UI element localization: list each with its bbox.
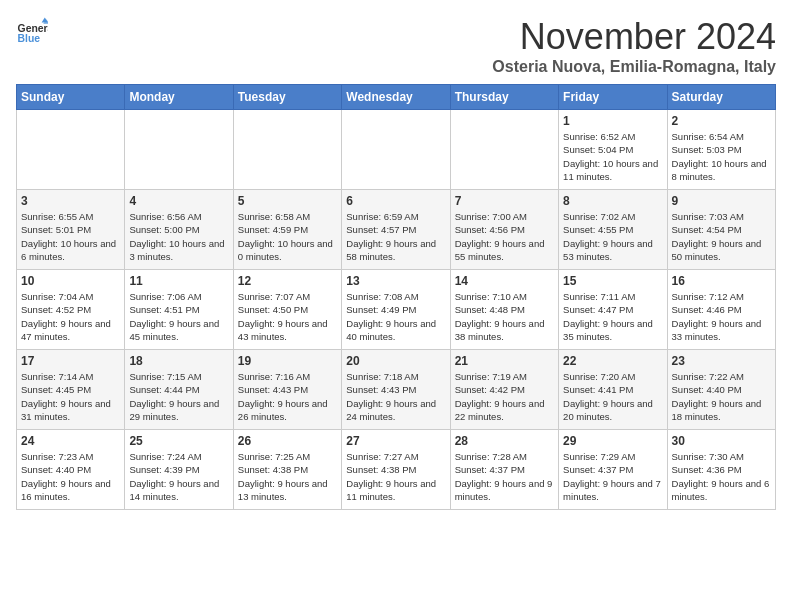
calendar-cell: 10Sunrise: 7:04 AM Sunset: 4:52 PM Dayli… <box>17 270 125 350</box>
calendar-cell: 18Sunrise: 7:15 AM Sunset: 4:44 PM Dayli… <box>125 350 233 430</box>
day-info: Sunrise: 7:02 AM Sunset: 4:55 PM Dayligh… <box>563 210 662 263</box>
title-section: November 2024 Osteria Nuova, Emilia-Roma… <box>492 16 776 76</box>
calendar-cell: 19Sunrise: 7:16 AM Sunset: 4:43 PM Dayli… <box>233 350 341 430</box>
day-info: Sunrise: 7:24 AM Sunset: 4:39 PM Dayligh… <box>129 450 228 503</box>
day-info: Sunrise: 7:08 AM Sunset: 4:49 PM Dayligh… <box>346 290 445 343</box>
calendar-week-row: 10Sunrise: 7:04 AM Sunset: 4:52 PM Dayli… <box>17 270 776 350</box>
calendar-cell: 13Sunrise: 7:08 AM Sunset: 4:49 PM Dayli… <box>342 270 450 350</box>
day-number: 16 <box>672 274 771 288</box>
day-number: 27 <box>346 434 445 448</box>
weekday-header: Sunday <box>17 85 125 110</box>
calendar-cell: 22Sunrise: 7:20 AM Sunset: 4:41 PM Dayli… <box>559 350 667 430</box>
calendar-cell: 6Sunrise: 6:59 AM Sunset: 4:57 PM Daylig… <box>342 190 450 270</box>
day-info: Sunrise: 7:28 AM Sunset: 4:37 PM Dayligh… <box>455 450 554 503</box>
day-number: 20 <box>346 354 445 368</box>
day-info: Sunrise: 6:52 AM Sunset: 5:04 PM Dayligh… <box>563 130 662 183</box>
calendar-cell: 24Sunrise: 7:23 AM Sunset: 4:40 PM Dayli… <box>17 430 125 510</box>
day-number: 28 <box>455 434 554 448</box>
calendar-cell <box>342 110 450 190</box>
calendar-week-row: 1Sunrise: 6:52 AM Sunset: 5:04 PM Daylig… <box>17 110 776 190</box>
day-number: 5 <box>238 194 337 208</box>
calendar-cell: 2Sunrise: 6:54 AM Sunset: 5:03 PM Daylig… <box>667 110 775 190</box>
day-info: Sunrise: 7:22 AM Sunset: 4:40 PM Dayligh… <box>672 370 771 423</box>
day-info: Sunrise: 7:10 AM Sunset: 4:48 PM Dayligh… <box>455 290 554 343</box>
calendar-cell: 12Sunrise: 7:07 AM Sunset: 4:50 PM Dayli… <box>233 270 341 350</box>
calendar-cell <box>233 110 341 190</box>
day-number: 11 <box>129 274 228 288</box>
calendar-header-row: SundayMondayTuesdayWednesdayThursdayFrid… <box>17 85 776 110</box>
calendar-cell: 9Sunrise: 7:03 AM Sunset: 4:54 PM Daylig… <box>667 190 775 270</box>
day-info: Sunrise: 6:58 AM Sunset: 4:59 PM Dayligh… <box>238 210 337 263</box>
day-info: Sunrise: 7:14 AM Sunset: 4:45 PM Dayligh… <box>21 370 120 423</box>
calendar-cell: 8Sunrise: 7:02 AM Sunset: 4:55 PM Daylig… <box>559 190 667 270</box>
calendar-cell: 15Sunrise: 7:11 AM Sunset: 4:47 PM Dayli… <box>559 270 667 350</box>
calendar-cell: 28Sunrise: 7:28 AM Sunset: 4:37 PM Dayli… <box>450 430 558 510</box>
day-info: Sunrise: 6:59 AM Sunset: 4:57 PM Dayligh… <box>346 210 445 263</box>
weekday-header: Tuesday <box>233 85 341 110</box>
day-number: 1 <box>563 114 662 128</box>
day-number: 12 <box>238 274 337 288</box>
day-info: Sunrise: 7:29 AM Sunset: 4:37 PM Dayligh… <box>563 450 662 503</box>
page-header: General Blue November 2024 Osteria Nuova… <box>16 16 776 76</box>
weekday-header: Saturday <box>667 85 775 110</box>
calendar-cell: 20Sunrise: 7:18 AM Sunset: 4:43 PM Dayli… <box>342 350 450 430</box>
calendar-week-row: 17Sunrise: 7:14 AM Sunset: 4:45 PM Dayli… <box>17 350 776 430</box>
day-info: Sunrise: 7:19 AM Sunset: 4:42 PM Dayligh… <box>455 370 554 423</box>
calendar-table: SundayMondayTuesdayWednesdayThursdayFrid… <box>16 84 776 510</box>
calendar-cell: 17Sunrise: 7:14 AM Sunset: 4:45 PM Dayli… <box>17 350 125 430</box>
day-info: Sunrise: 7:12 AM Sunset: 4:46 PM Dayligh… <box>672 290 771 343</box>
calendar-cell: 4Sunrise: 6:56 AM Sunset: 5:00 PM Daylig… <box>125 190 233 270</box>
day-info: Sunrise: 7:27 AM Sunset: 4:38 PM Dayligh… <box>346 450 445 503</box>
calendar-cell: 27Sunrise: 7:27 AM Sunset: 4:38 PM Dayli… <box>342 430 450 510</box>
day-info: Sunrise: 7:11 AM Sunset: 4:47 PM Dayligh… <box>563 290 662 343</box>
day-number: 19 <box>238 354 337 368</box>
calendar-cell: 23Sunrise: 7:22 AM Sunset: 4:40 PM Dayli… <box>667 350 775 430</box>
day-number: 18 <box>129 354 228 368</box>
day-info: Sunrise: 7:00 AM Sunset: 4:56 PM Dayligh… <box>455 210 554 263</box>
day-number: 23 <box>672 354 771 368</box>
day-number: 21 <box>455 354 554 368</box>
day-number: 2 <box>672 114 771 128</box>
calendar-body: 1Sunrise: 6:52 AM Sunset: 5:04 PM Daylig… <box>17 110 776 510</box>
day-info: Sunrise: 7:03 AM Sunset: 4:54 PM Dayligh… <box>672 210 771 263</box>
weekday-header: Friday <box>559 85 667 110</box>
calendar-cell: 30Sunrise: 7:30 AM Sunset: 4:36 PM Dayli… <box>667 430 775 510</box>
day-info: Sunrise: 7:04 AM Sunset: 4:52 PM Dayligh… <box>21 290 120 343</box>
location-title: Osteria Nuova, Emilia-Romagna, Italy <box>492 58 776 76</box>
day-number: 26 <box>238 434 337 448</box>
logo-icon: General Blue <box>16 16 48 48</box>
weekday-header: Wednesday <box>342 85 450 110</box>
calendar-cell: 11Sunrise: 7:06 AM Sunset: 4:51 PM Dayli… <box>125 270 233 350</box>
day-info: Sunrise: 7:20 AM Sunset: 4:41 PM Dayligh… <box>563 370 662 423</box>
calendar-cell: 25Sunrise: 7:24 AM Sunset: 4:39 PM Dayli… <box>125 430 233 510</box>
calendar-week-row: 24Sunrise: 7:23 AM Sunset: 4:40 PM Dayli… <box>17 430 776 510</box>
day-info: Sunrise: 7:25 AM Sunset: 4:38 PM Dayligh… <box>238 450 337 503</box>
weekday-header: Monday <box>125 85 233 110</box>
day-info: Sunrise: 7:23 AM Sunset: 4:40 PM Dayligh… <box>21 450 120 503</box>
logo: General Blue <box>16 16 48 48</box>
day-info: Sunrise: 7:18 AM Sunset: 4:43 PM Dayligh… <box>346 370 445 423</box>
day-info: Sunrise: 6:56 AM Sunset: 5:00 PM Dayligh… <box>129 210 228 263</box>
calendar-cell <box>17 110 125 190</box>
day-number: 15 <box>563 274 662 288</box>
calendar-cell: 21Sunrise: 7:19 AM Sunset: 4:42 PM Dayli… <box>450 350 558 430</box>
day-number: 30 <box>672 434 771 448</box>
calendar-cell: 1Sunrise: 6:52 AM Sunset: 5:04 PM Daylig… <box>559 110 667 190</box>
day-info: Sunrise: 6:54 AM Sunset: 5:03 PM Dayligh… <box>672 130 771 183</box>
day-number: 24 <box>21 434 120 448</box>
calendar-cell: 29Sunrise: 7:29 AM Sunset: 4:37 PM Dayli… <box>559 430 667 510</box>
day-number: 22 <box>563 354 662 368</box>
day-info: Sunrise: 6:55 AM Sunset: 5:01 PM Dayligh… <box>21 210 120 263</box>
calendar-cell: 16Sunrise: 7:12 AM Sunset: 4:46 PM Dayli… <box>667 270 775 350</box>
calendar-cell: 26Sunrise: 7:25 AM Sunset: 4:38 PM Dayli… <box>233 430 341 510</box>
svg-text:Blue: Blue <box>18 33 41 44</box>
day-number: 25 <box>129 434 228 448</box>
day-number: 10 <box>21 274 120 288</box>
day-number: 7 <box>455 194 554 208</box>
calendar-cell: 7Sunrise: 7:00 AM Sunset: 4:56 PM Daylig… <box>450 190 558 270</box>
day-info: Sunrise: 7:07 AM Sunset: 4:50 PM Dayligh… <box>238 290 337 343</box>
day-number: 17 <box>21 354 120 368</box>
month-title: November 2024 <box>492 16 776 58</box>
day-info: Sunrise: 7:06 AM Sunset: 4:51 PM Dayligh… <box>129 290 228 343</box>
calendar-week-row: 3Sunrise: 6:55 AM Sunset: 5:01 PM Daylig… <box>17 190 776 270</box>
